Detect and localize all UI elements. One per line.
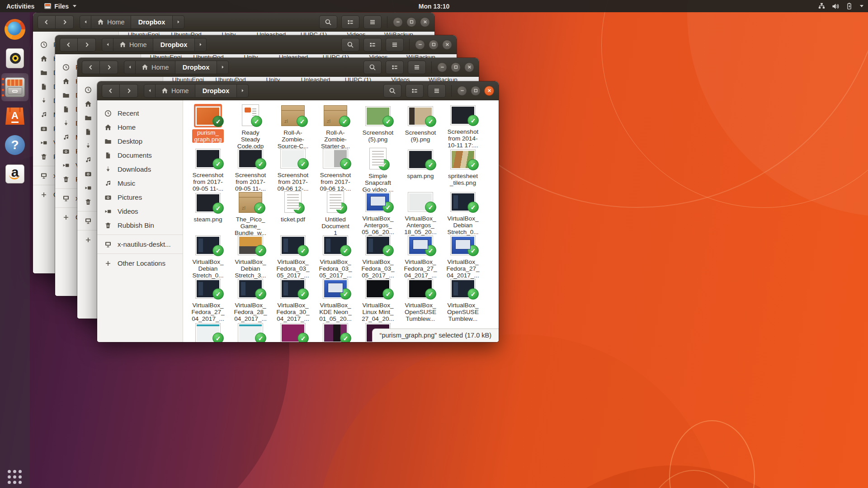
file-virtualbox-antergos-18-05-20[interactable]: VirtualBox_ Antergos_ 18_05_20... (399, 191, 442, 234)
file-vb-magenta[interactable] (272, 321, 314, 342)
system-status-area[interactable] (818, 2, 863, 10)
file-screenshotfrom-2017-09-05-11[interactable]: Screenshot from 2017- 09-05 11-... (187, 147, 229, 191)
file-virtualbox-opensusetumblew[interactable]: VirtualBox_ OpenSUSE Tumblew... (399, 277, 442, 321)
path-scroll-right-button[interactable] (237, 84, 249, 98)
file-screenshot-9-png[interactable]: Screenshot (9).png (399, 104, 442, 147)
file-screenshotfrom-2017-09-05-11[interactable]: Screenshot from 2017- 09-05 11-... (229, 147, 272, 191)
app-menu-files[interactable]: Files (44, 3, 76, 10)
file-virtualbox-opensusetumblew[interactable]: VirtualBox_ OpenSUSE Tumblew... (442, 277, 484, 321)
file-roll-a-zombie-starter-p[interactable]: Roll-A- Zombie- Starter-p... (314, 104, 357, 147)
file-virtualbox-debianstretch-0[interactable]: VirtualBox_ Debian Stretch_0... (187, 234, 229, 277)
file-virtualbox-fedora-27-04-2017[interactable]: VirtualBox_ Fedora_27_ 04_2017_... (442, 234, 484, 277)
sidebar-item-videos[interactable]: Videos (97, 204, 183, 218)
path-scroll-right-button[interactable] (217, 61, 229, 74)
window-titlebar[interactable]: Home Dropbox (77, 58, 479, 77)
path-segment-home[interactable]: Home (91, 15, 131, 29)
search-button[interactable] (341, 38, 359, 52)
file-screenshotfrom-2017-09-06-12[interactable]: Screenshot from 2017- 09-06 12-... (272, 147, 314, 191)
file-virtualbox-fedora-03-05-2017[interactable]: VirtualBox_ Fedora_03_ 05_2017_... (272, 234, 314, 277)
sidebar-item-home[interactable]: Home (97, 120, 183, 134)
file-virtualbox-fedora-03-05-2017[interactable]: VirtualBox_ Fedora_03_ 05_2017_... (357, 234, 399, 277)
file-vb-purple[interactable] (314, 321, 357, 342)
path-scroll-left-button[interactable] (124, 61, 136, 74)
sidebar-item-desktop[interactable]: Desktop (97, 134, 183, 148)
sidebar-item-other-locations[interactable]: Other Locations (97, 256, 183, 270)
path-segment-home[interactable]: Home (156, 84, 195, 98)
view-toggle-button[interactable] (341, 15, 359, 29)
file-virtualbox-fedora-27-04-2017[interactable]: VirtualBox_ Fedora_27_ 04_2017_... (187, 277, 229, 321)
dock-item-rhythmbox[interactable] (1, 44, 28, 72)
dock-item-amazon[interactable] (1, 160, 28, 188)
file-virtualbox-kde-neon-01-05-20[interactable]: VirtualBox_ KDE Neon_ 01_05_20... (314, 277, 357, 321)
dock-item-software[interactable] (1, 102, 28, 130)
sidebar-item-rubbish-bin[interactable]: Rubbish Bin (97, 218, 183, 232)
minimize-button[interactable] (437, 62, 447, 72)
search-button[interactable] (383, 84, 401, 98)
file-the-pico-game-bundle-w[interactable]: The_Pico_ Game_ Bundle_w... (229, 191, 272, 234)
path-segment-current[interactable]: Dropbox (195, 84, 237, 98)
maximize-button[interactable] (471, 86, 481, 96)
path-scroll-right-button[interactable] (173, 15, 184, 29)
path-segment-current[interactable]: Dropbox (153, 38, 195, 52)
dock-item-firefox[interactable] (1, 15, 28, 43)
file-readysteadycode-odp[interactable]: Ready Steady Code.odp (229, 104, 272, 147)
window-titlebar[interactable]: Home Dropbox (33, 13, 434, 32)
activities-button[interactable]: Activities (6, 3, 34, 10)
file-vb-teal[interactable] (229, 321, 272, 342)
window-menu-button[interactable] (428, 84, 446, 98)
path-segment-current[interactable]: Dropbox (175, 61, 217, 74)
file-purism-graph-png[interactable]: purism_ graph.png (187, 104, 229, 147)
file-vb-teal[interactable] (187, 321, 229, 342)
sidebar-item-documents[interactable]: Documents (97, 148, 183, 162)
file-virtualbox-fedora-30-04-2017[interactable]: VirtualBox_ Fedora_30_ 04_2017_... (272, 277, 314, 321)
sidebar-item-pictures[interactable]: Pictures (97, 190, 183, 204)
window-titlebar[interactable]: Home Dropbox (55, 35, 457, 54)
forward-button[interactable] (78, 38, 96, 52)
dock-item-files[interactable] (1, 73, 28, 101)
show-applications-button[interactable] (8, 470, 22, 484)
minimize-button[interactable] (457, 86, 467, 96)
back-button[interactable] (82, 61, 100, 74)
window-titlebar[interactable]: Home Dropbox (97, 81, 499, 100)
window-menu-button[interactable] (363, 15, 382, 29)
maximize-button[interactable] (451, 62, 461, 72)
file-untitleddocument1[interactable]: Untitled Document 1 (314, 191, 357, 234)
maximize-button[interactable] (429, 40, 439, 50)
file-roll-a-zombie-source-c[interactable]: Roll-A- Zombie- Source-C... (272, 104, 314, 147)
forward-button[interactable] (56, 15, 74, 29)
file-ticket-pdf[interactable]: ticket.pdf (272, 191, 314, 234)
forward-button[interactable] (120, 84, 138, 98)
back-button[interactable] (38, 15, 56, 29)
back-button[interactable] (102, 84, 120, 98)
file-spritesheet-tiles-png[interactable]: spritesheet _tiles.png (442, 147, 484, 191)
minimize-button[interactable] (415, 40, 425, 50)
file-screenshot-5-png[interactable]: Screenshot (5).png (357, 104, 399, 147)
path-scroll-left-button[interactable] (80, 15, 91, 29)
file-screenshotfrom-2017-09-06-12[interactable]: Screenshot from 2017- 09-06 12-... (314, 147, 357, 191)
file-steam-png[interactable]: steam.png (187, 191, 229, 234)
sidebar-item-music[interactable]: Music (97, 176, 183, 190)
close-button[interactable] (442, 40, 452, 50)
file-virtualbox-fedora-27-04-2017[interactable]: VirtualBox_ Fedora_27_ 04_2017_... (399, 234, 442, 277)
forward-button[interactable] (100, 61, 118, 74)
window-menu-button[interactable] (386, 38, 404, 52)
maximize-button[interactable] (406, 17, 416, 27)
file-virtualbox-linux-mint-27-04-20[interactable]: VirtualBox_ Linux Mint_ 27_04_20... (357, 277, 399, 321)
dock-item-help[interactable] (1, 131, 28, 159)
file-virtualbox-fedora-03-05-2017[interactable]: VirtualBox_ Fedora_03_ 05_2017_... (314, 234, 357, 277)
path-segment-current[interactable]: Dropbox (131, 15, 173, 29)
file-virtualbox-antergos-05-06-20[interactable]: VirtualBox_ Antergos_ 05_06_20... (357, 191, 399, 234)
close-button[interactable] (420, 17, 430, 27)
close-button[interactable] (484, 86, 494, 96)
file-virtualbox-debianstretch-3[interactable]: VirtualBox_ Debian Stretch_3... (229, 234, 272, 277)
path-scroll-left-button[interactable] (102, 38, 113, 52)
file-simplesnapcraftgo-video[interactable]: Simple Snapcraft Go video ... (357, 147, 399, 191)
file-screenshotfrom-2014-10-11-17[interactable]: Screenshot from 2014- 10-11 17:... (442, 104, 484, 147)
search-button[interactable] (319, 15, 337, 29)
file-virtualbox-debianstretch-0[interactable]: VirtualBox_ Debian Stretch_0... (442, 191, 484, 234)
back-button[interactable] (60, 38, 78, 52)
sidebar-item-recent[interactable]: Recent (97, 106, 183, 120)
sidebar-item-x-nautilus-deskt[interactable]: x-nautilus-deskt... (97, 237, 183, 251)
path-scroll-right-button[interactable] (195, 38, 207, 52)
path-segment-home[interactable]: Home (136, 61, 175, 74)
